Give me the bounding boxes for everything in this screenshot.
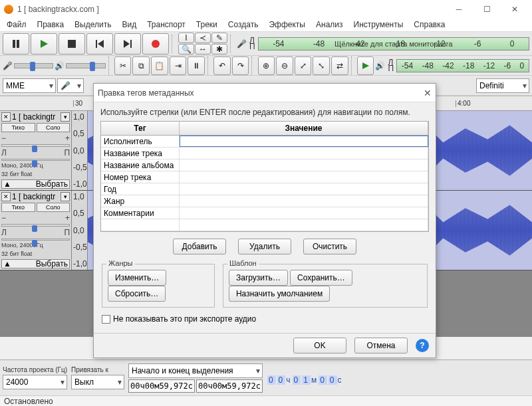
track-close-icon[interactable]: ✕ [1,192,11,201]
play-vol-slider[interactable] [66,63,105,68]
table-row[interactable]: Год [101,183,428,195]
record-button[interactable] [142,33,169,54]
menu-analyze[interactable]: Анализ [311,19,348,31]
recdev-dropdown[interactable]: 🎤 [57,78,84,93]
play-meter[interactable]: -54-48-42 -18-12-60 [396,59,529,72]
menu-create[interactable]: Создать [223,19,264,31]
help-icon[interactable]: ? [416,339,429,352]
sel-end-field[interactable]: 00ч00м59,972с [196,379,263,393]
stop-button[interactable] [59,33,85,54]
track-header: ✕ 1 [ backingtr ▾ ТихоСоло −+ ЛП Моно, 2… [0,191,72,270]
rate-label: Частота проекта (Гц) [3,366,67,373]
solo-button[interactable]: Соло [37,123,70,132]
ibeam-tool-icon[interactable]: I [178,33,194,43]
window-title: 1 [ backingtrackx.com ] [17,5,99,14]
track-select[interactable]: ▲Выбрать [1,259,70,268]
close-button[interactable]: ✕ [501,0,528,19]
track-select[interactable]: ▲Выбрать [1,179,70,189]
pan-slider[interactable] [1,159,70,161]
zoom-tool-icon[interactable]: 🔍 [178,44,194,54]
col-tag[interactable]: Тег [101,122,180,135]
play-at-speed-icon[interactable] [357,56,374,75]
menu-transport[interactable]: Транспорт [142,19,191,31]
maximize-button[interactable]: ☐ [473,0,500,19]
playdev-dropdown[interactable]: Definiti [476,78,529,93]
zoom-toggle-icon[interactable]: ⇄ [331,56,348,75]
silence-icon[interactable]: ⏸ [188,56,205,75]
track-info: 32 бит float [1,171,70,178]
cancel-button[interactable]: Отмена [354,338,408,354]
table-row[interactable]: Название трека [101,148,428,159]
multi-tool-icon[interactable]: ✱ [211,44,227,54]
menu-view[interactable]: Вид [116,19,142,31]
edit-genres-button[interactable]: Изменить… [108,270,166,286]
dialog-close-icon[interactable]: ✕ [424,88,432,98]
table-row[interactable]: Комментарии [101,207,428,219]
checkbox-icon[interactable] [102,315,110,324]
table-row[interactable]: Исполнитель [101,136,428,148]
range-mode-dropdown[interactable]: Начало и конец выделения [128,363,263,378]
undo-icon[interactable]: ↶ [213,56,231,75]
fit-proj-icon[interactable]: ⤡ [313,56,330,75]
reset-genres-button[interactable]: Сбросить… [108,286,166,302]
menu-edit[interactable]: Правка [32,19,70,31]
track-name[interactable]: 1 [ backingtr [12,112,59,122]
table-row[interactable]: Жанр [101,195,428,207]
svg-rect-0 [13,40,15,48]
paste-icon[interactable]: 📋 [151,56,168,75]
track-menu-icon[interactable]: ▾ [61,192,70,201]
rate-dropdown[interactable]: 24000 [3,375,67,389]
redo-icon[interactable]: ↷ [232,56,249,75]
fit-sel-icon[interactable]: ⤢ [295,56,312,75]
menu-file[interactable]: Файл [1,19,32,31]
clear-button[interactable]: Очистить [303,239,356,254]
solo-button[interactable]: Соло [37,203,70,212]
skip-start-button[interactable] [86,33,113,54]
skip-end-button[interactable] [114,33,141,54]
host-dropdown[interactable]: MME [3,78,56,93]
play-button[interactable] [31,33,57,54]
load-template-button[interactable]: Загрузить… [229,270,288,286]
add-button[interactable]: Добавить [173,239,226,254]
ok-button[interactable]: OK [293,338,346,354]
snap-dropdown[interactable]: Выкл [71,375,124,389]
set-default-button[interactable]: Назначить умолчанием [229,286,330,302]
dialog-title-bar[interactable]: Правка тегов метаданных ✕ [94,84,436,102]
track-menu-icon[interactable]: ▾ [61,112,70,122]
draw-tool-icon[interactable]: ✎ [211,33,227,43]
menu-help[interactable]: Справка [408,19,450,31]
minimize-button[interactable]: ─ [446,0,472,19]
menu-select[interactable]: Выделить [69,19,116,31]
dont-show-checkbox[interactable]: Не показывать это при экспорте аудио [102,314,428,324]
delete-button[interactable]: Удалить [238,239,291,254]
table-row[interactable]: Название альбома [101,159,428,171]
mute-button[interactable]: Тихо [1,203,35,212]
col-value[interactable]: Значение [180,122,428,135]
rec-vol-slider[interactable] [14,63,53,68]
track-close-icon[interactable]: ✕ [1,112,11,122]
save-template-button[interactable]: Сохранить… [290,270,352,286]
timeshift-tool-icon[interactable]: ↔ [195,44,211,54]
copy-icon[interactable]: ⧉ [132,56,150,75]
envelope-tool-icon[interactable]: ≺ [195,33,211,43]
menu-tracks[interactable]: Треки [191,19,223,31]
pan-slider[interactable] [1,239,70,241]
menu-effects[interactable]: Эффекты [263,19,311,31]
sel-start-field[interactable]: 00ч00м59,972с [128,379,195,393]
cut-icon[interactable]: ✂ [114,56,132,75]
menu-tools[interactable]: Инструменты [348,19,409,31]
zoom-in-icon[interactable]: ⊕ [258,56,275,75]
mute-button[interactable]: Тихо [1,123,35,132]
status-bar: Остановлено [0,395,532,406]
track-name[interactable]: 1 [ backingtr [12,192,59,201]
record-meter[interactable]: -54-48-42 Щёлкните для старта мониторинг… [258,37,529,51]
gain-slider[interactable] [1,224,70,227]
pause-button[interactable] [3,33,29,54]
table-row[interactable]: Номер трека [101,171,428,183]
zoom-out-icon[interactable]: ⊖ [276,56,293,75]
svg-marker-6 [124,40,130,48]
gain-slider[interactable] [1,144,70,147]
trim-icon[interactable]: ⇥ [170,56,187,75]
table-row[interactable] [101,219,428,231]
mic-icon: 🎤 [3,61,13,70]
